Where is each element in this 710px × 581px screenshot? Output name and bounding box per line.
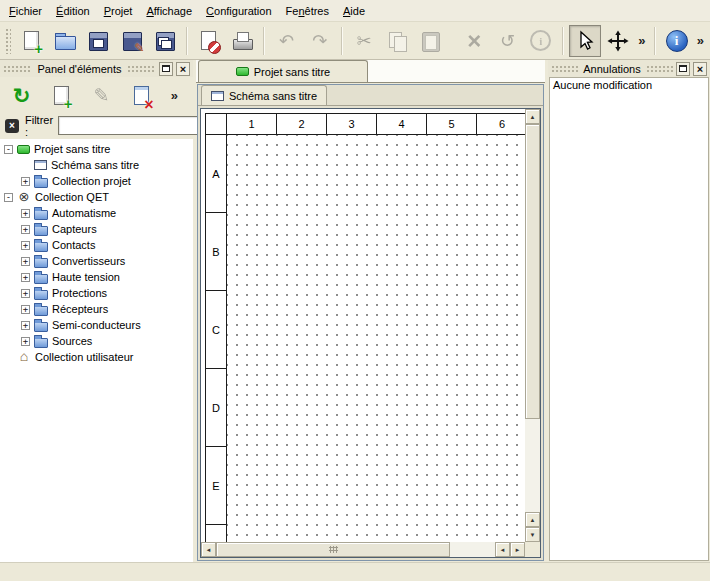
- rotate-button[interactable]: [491, 25, 523, 57]
- save-all-button[interactable]: [149, 25, 181, 57]
- close-panel-button[interactable]: [176, 62, 190, 76]
- new-document-button[interactable]: [16, 25, 48, 57]
- new-element-button[interactable]: [46, 80, 77, 111]
- float-panel-button[interactable]: [676, 62, 690, 76]
- undo-history-list[interactable]: Aucune modification: [549, 77, 709, 561]
- expand-expander[interactable]: +: [21, 257, 30, 266]
- toolbar-separator: [186, 27, 188, 55]
- tree-item-schema[interactable]: Schéma sans titre: [2, 157, 193, 173]
- paste-button[interactable]: [414, 25, 446, 57]
- redo-button[interactable]: [304, 25, 336, 57]
- undo-list-item[interactable]: Aucune modification: [553, 79, 705, 93]
- about-button[interactable]: [661, 25, 693, 57]
- expand-expander[interactable]: +: [21, 289, 30, 298]
- tree-item-label: Convertisseurs: [52, 255, 125, 267]
- expand-expander[interactable]: +: [21, 209, 30, 218]
- scroll-up-button-bottom[interactable]: [525, 512, 540, 527]
- horizontal-scroll-thumb[interactable]: [216, 542, 450, 557]
- tree-item-collection-utilisateur[interactable]: Collection utilisateur: [2, 349, 193, 365]
- save-button[interactable]: [82, 25, 114, 57]
- tree-item-recepteurs[interactable]: + Récepteurs: [2, 301, 193, 317]
- delete-button[interactable]: [458, 25, 490, 57]
- tree-item-protections[interactable]: + Protections: [2, 285, 193, 301]
- expand-expander[interactable]: +: [21, 225, 30, 234]
- project-tab[interactable]: Projet sans titre: [198, 60, 368, 82]
- ruler-corner: [206, 114, 227, 134]
- tree-item-semi-conducteurs[interactable]: + Semi-conducteurs: [2, 317, 193, 333]
- reload-collections-button[interactable]: [6, 80, 37, 111]
- folder-icon: [34, 306, 48, 316]
- undo-button[interactable]: [270, 25, 302, 57]
- tree-item-collection-qet[interactable]: - Collection QET: [2, 189, 193, 205]
- panel-toolbar-overflow-chevron[interactable]: »: [168, 88, 181, 103]
- scroll-right-button[interactable]: [510, 542, 525, 557]
- save-as-icon: [120, 29, 144, 53]
- row-header-partial: [206, 525, 227, 542]
- tree-item-project[interactable]: - Projet sans titre: [2, 141, 193, 157]
- expand-expander[interactable]: +: [21, 241, 30, 250]
- vertical-scrollbar[interactable]: [525, 109, 540, 542]
- status-bar: [0, 562, 710, 581]
- undo-panel-header[interactable]: Annulations: [548, 60, 710, 77]
- expand-expander[interactable]: +: [21, 337, 30, 346]
- cut-button[interactable]: [348, 25, 380, 57]
- menu-edition[interactable]: Édition: [49, 2, 97, 20]
- toolbar-drag-handle[interactable]: [5, 28, 11, 54]
- dock-area: Panel d'éléments » Filtrer : -: [0, 60, 710, 562]
- copy-button[interactable]: [381, 25, 413, 57]
- menu-fichier[interactable]: Fichier: [2, 2, 49, 20]
- save-as-button[interactable]: [116, 25, 148, 57]
- info-icon: [529, 29, 553, 53]
- tree-item-haute-tension[interactable]: + Haute tension: [2, 269, 193, 285]
- scroll-down-button[interactable]: [525, 527, 540, 542]
- menu-projet[interactable]: Projet: [97, 2, 140, 20]
- clear-filter-button[interactable]: [4, 117, 20, 135]
- horizontal-scroll-track[interactable]: [216, 542, 495, 557]
- close-panel-button[interactable]: [693, 62, 707, 76]
- vertical-scroll-track[interactable]: [525, 124, 540, 512]
- tree-item-sources[interactable]: + Sources: [2, 333, 193, 349]
- tree-item-automatisme[interactable]: + Automatisme: [2, 205, 193, 221]
- redo-icon: [308, 29, 332, 53]
- collapse-expander[interactable]: -: [4, 193, 13, 202]
- toolbar-overflow-chevron-2[interactable]: »: [694, 33, 707, 48]
- tree-item-capteurs[interactable]: + Capteurs: [2, 221, 193, 237]
- open-project-button[interactable]: [49, 25, 81, 57]
- filter-input[interactable]: [58, 116, 208, 135]
- expand-expander[interactable]: +: [21, 305, 30, 314]
- menu-configuration[interactable]: Configuration: [199, 2, 278, 20]
- scroll-left-button[interactable]: [201, 542, 216, 557]
- pan-mode-button[interactable]: [602, 25, 634, 57]
- vertical-scroll-thumb[interactable]: [525, 124, 540, 419]
- tree-item-contacts[interactable]: + Contacts: [2, 237, 193, 253]
- column-header: 6: [477, 114, 525, 134]
- menu-fenetres[interactable]: Fenêtres: [279, 2, 336, 20]
- float-panel-button[interactable]: [159, 62, 173, 76]
- delete-element-button[interactable]: [126, 80, 157, 111]
- toolbar-separator: [263, 27, 265, 55]
- tree-item-collection-projet[interactable]: + Collection projet: [2, 173, 193, 189]
- menu-affichage[interactable]: Affichage: [139, 2, 199, 20]
- edit-element-button[interactable]: [86, 80, 117, 111]
- scroll-left-button-right[interactable]: [495, 542, 510, 557]
- expand-expander[interactable]: +: [21, 321, 30, 330]
- select-mode-button[interactable]: [569, 25, 601, 57]
- print-button[interactable]: [226, 25, 258, 57]
- paste-icon: [418, 29, 442, 53]
- close-file-icon: [197, 29, 221, 53]
- close-file-button[interactable]: [193, 25, 225, 57]
- tree-item-convertisseurs[interactable]: + Convertisseurs: [2, 253, 193, 269]
- element-info-button[interactable]: [525, 25, 557, 57]
- expand-expander[interactable]: +: [21, 273, 30, 282]
- schema-tab[interactable]: Schéma sans titre: [201, 85, 327, 105]
- tree-item-label: Projet sans titre: [34, 143, 110, 155]
- toolbar-overflow-chevron[interactable]: »: [635, 33, 648, 48]
- collapse-expander[interactable]: -: [4, 145, 13, 154]
- elements-panel-header[interactable]: Panel d'éléments: [0, 60, 193, 77]
- menu-aide[interactable]: Aide: [336, 2, 372, 20]
- horizontal-scrollbar[interactable]: [201, 542, 525, 557]
- folder-icon: [34, 210, 48, 220]
- scroll-up-button[interactable]: [525, 109, 540, 124]
- expand-expander[interactable]: +: [21, 177, 30, 186]
- diagram-canvas[interactable]: 1 2 3 4 5 6 A B C: [201, 109, 525, 542]
